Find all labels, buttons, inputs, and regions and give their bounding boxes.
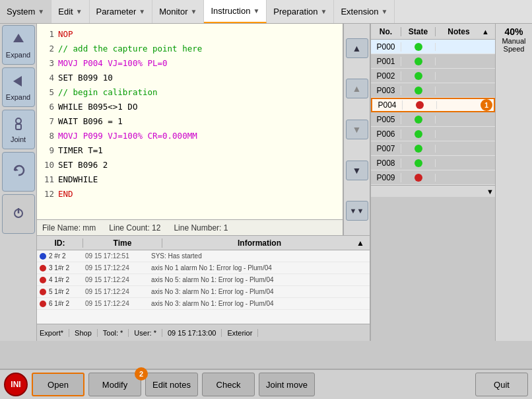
code-line[interactable]: 7WAIT B096 = 1 — [37, 114, 343, 128]
power-btn[interactable] — [2, 194, 35, 234]
menu-parameter-arrow: ▼ — [139, 8, 145, 15]
menu-edit-label: Edit — [58, 7, 73, 17]
joint-label: Joint — [11, 135, 26, 143]
log-row: 3 1#r 2 09 15 17:12:24 axis No 1 alarm N… — [37, 262, 370, 274]
scroll-controls: ▲ ▲ ▼ ▼ ▼▼ — [343, 24, 370, 235]
menu-parameter-label: Parameter — [96, 7, 137, 17]
log-rows: 2 #r 2 09 15 17:12:51 SYS: Has started 3… — [37, 250, 370, 324]
badge-label: 2 — [139, 370, 143, 378]
point-row[interactable]: P006 — [371, 127, 495, 141]
expand-left-icon — [11, 74, 26, 92]
joint-move-button[interactable]: Joint move — [259, 373, 315, 396]
code-line[interactable]: 9TIMER T=1 — [37, 143, 343, 157]
menu-preparation-label: Preparation — [273, 7, 317, 17]
expand-up-icon — [11, 32, 26, 50]
menu-edit-arrow: ▼ — [76, 8, 83, 15]
points-panel: No. State Notes ▲ P000 P001 P002 — [370, 24, 495, 341]
file-name: File Name: mm — [42, 223, 96, 233]
point-row[interactable]: P001 — [371, 54, 495, 69]
check-label: Check — [216, 380, 241, 390]
expand-left-btn[interactable]: Expand — [2, 67, 35, 107]
check-button[interactable]: Check — [202, 373, 255, 396]
log-dot — [40, 301, 46, 307]
code-line[interactable]: 6WHILE B095<>1 DO — [37, 99, 343, 114]
code-line[interactable]: 3MOVJ P004 VJ=100% PL=0 — [37, 55, 343, 70]
selected-badge: 1 — [481, 99, 492, 111]
point-row[interactable]: P003 — [371, 83, 495, 98]
code-line[interactable]: 2// add the capture point here — [37, 41, 343, 55]
modify-badge: 2 — [135, 367, 148, 381]
power-icon — [11, 205, 26, 223]
log-area: ID: Time Information ▲ 2 #r 2 09 15 17:1… — [37, 235, 370, 341]
code-line[interactable]: 5// begin calibration — [37, 85, 343, 99]
speed-label: Manual — [502, 37, 525, 45]
scroll-down-end-btn[interactable]: ▼▼ — [346, 201, 368, 221]
code-line[interactable]: 4SET B099 10 — [37, 70, 343, 85]
menu-monitor[interactable]: Monitor ▼ — [152, 0, 204, 23]
scroll-down-small-btn[interactable]: ▼ — [346, 120, 368, 139]
point-row[interactable]: P007 — [371, 141, 495, 156]
point-row[interactable]: P005 — [371, 112, 495, 127]
code-status-bar: File Name: mm Line Count: 12 Line Number… — [37, 219, 343, 235]
scroll-up-small-btn[interactable]: ▲ — [346, 79, 368, 98]
quit-button[interactable]: Quit — [475, 373, 528, 396]
expand-up-label: Expand — [6, 51, 30, 59]
expand-up-btn[interactable]: Expand — [2, 25, 35, 65]
menu-system-label: System — [7, 7, 35, 17]
code-lines: 1NOP2// add the capture point here3MOVJ … — [37, 24, 343, 219]
status-cell: Export* — [40, 329, 69, 337]
expand-left-label: Expand — [6, 93, 30, 101]
bottom-action-bar: INI Open Modify 2 Edit notes Check Joint… — [0, 369, 532, 399]
status-cell: Tool: * — [103, 329, 129, 337]
points-scroll-up[interactable]: ▲ — [482, 28, 495, 36]
left-content: 1NOP2// add the capture point here3MOVJ … — [37, 24, 370, 341]
log-row: 5 1#r 2 09 15 17:12:24 axis No 3: alarm … — [37, 286, 370, 298]
ini-button[interactable]: INI — [4, 373, 28, 396]
menu-instruction[interactable]: Instruction ▼ — [204, 0, 267, 23]
scroll-up-btn[interactable]: ▲ — [346, 38, 368, 58]
point-row[interactable]: P004 1 — [371, 98, 495, 112]
undo-btn[interactable] — [2, 152, 35, 192]
point-row[interactable]: P002 — [371, 69, 495, 83]
code-line[interactable]: 10SET B096 2 — [37, 157, 343, 172]
left-sidebar: Expand Expand Joint — [0, 24, 37, 341]
joint-btn[interactable]: Joint — [2, 110, 35, 149]
modify-button[interactable]: Modify — [88, 373, 141, 396]
svg-rect-3 — [16, 124, 21, 129]
ini-label: INI — [11, 380, 20, 389]
point-row[interactable]: P008 — [371, 156, 495, 170]
code-line[interactable]: 8MOVJ P099 VJ=100% CR=0.000MM — [37, 128, 343, 143]
points-scroll-down[interactable]: ▼ — [486, 188, 495, 196]
edit-notes-button[interactable]: Edit notes — [145, 373, 198, 396]
menu-edit[interactable]: Edit ▼ — [51, 0, 89, 23]
scroll-down-btn[interactable]: ▼ — [346, 161, 368, 180]
points-rows: P000 P001 P002 P003 P004 1 P005 — [371, 40, 495, 185]
quit-label: Quit — [494, 380, 510, 390]
open-button[interactable]: Open — [32, 373, 84, 396]
log-dot — [40, 289, 46, 295]
point-row[interactable]: P000 — [371, 40, 495, 54]
points-table: No. State Notes ▲ P000 P001 P002 — [371, 24, 495, 341]
points-header-notes: Notes — [436, 27, 482, 36]
menu-system[interactable]: System ▼ — [0, 0, 51, 23]
log-row: 2 #r 2 09 15 17:12:51 SYS: Has started — [37, 250, 370, 262]
menu-preparation-arrow: ▼ — [321, 8, 327, 15]
menu-parameter[interactable]: Parameter ▼ — [90, 0, 153, 23]
log-header-time: Time — [83, 238, 162, 248]
menu-preparation[interactable]: Preparation ▼ — [267, 0, 334, 23]
svg-marker-0 — [13, 34, 24, 42]
code-line[interactable]: 12END — [37, 186, 343, 201]
svg-point-2 — [16, 118, 21, 124]
code-line[interactable]: 1NOP — [37, 26, 343, 41]
open-label: Open — [48, 380, 69, 390]
log-row: 4 1#r 2 09 15 17:12:24 axis No 5: alarm … — [37, 274, 370, 286]
speed-percent: 40% — [504, 26, 523, 37]
state-dot — [416, 101, 424, 109]
speed-indicator: 40% Manual Speed — [495, 24, 532, 341]
menu-extension[interactable]: Extension ▼ — [334, 0, 395, 23]
points-header-no: No. — [371, 27, 401, 36]
code-line[interactable]: 11ENDWHILE — [37, 172, 343, 186]
point-row[interactable]: P009 — [371, 170, 495, 185]
code-editor: 1NOP2// add the capture point here3MOVJ … — [37, 24, 343, 235]
line-count: Line Count: 12 — [109, 223, 160, 233]
